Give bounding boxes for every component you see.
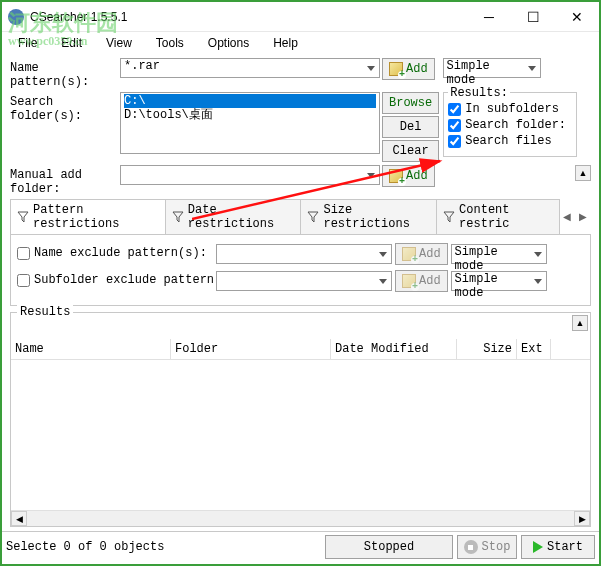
- stop-icon: [464, 540, 478, 554]
- titlebar: CSearcher 1.5.5.1 ─ ☐ ✕: [2, 2, 599, 32]
- add-name-exclude-button[interactable]: Add: [395, 243, 448, 265]
- pattern-panel: Name exclude pattern(s): Add Simple mode…: [10, 234, 591, 306]
- list-item[interactable]: C:\: [124, 94, 376, 108]
- tab-date[interactable]: Date restrictions: [165, 199, 302, 234]
- funnel-icon: [172, 211, 184, 223]
- name-exclude-checkbox[interactable]: Name exclude pattern(s):: [17, 246, 213, 260]
- list-item[interactable]: D:\tools\桌面: [124, 108, 376, 122]
- add-icon: [389, 169, 403, 183]
- play-icon: [533, 541, 543, 553]
- results-table-body[interactable]: [11, 360, 590, 510]
- name-pattern-label: Name pattern(s):: [10, 58, 118, 89]
- statusbar: Selecte 0 of 0 objects Stopped Stop Star…: [2, 531, 599, 562]
- tab-size[interactable]: Size restrictions: [300, 199, 437, 234]
- search-folder-label: Search folder(s):: [10, 92, 118, 123]
- tab-content[interactable]: Content restric: [436, 199, 560, 234]
- del-button[interactable]: Del: [382, 116, 439, 138]
- status-text: Selecte 0 of 0 objects: [6, 540, 321, 554]
- menu-edit[interactable]: Edit: [49, 34, 94, 52]
- minimize-button[interactable]: ─: [467, 2, 511, 32]
- results-group: Results ▲ Name Folder Date Modified Size…: [10, 312, 591, 527]
- results-hscroll[interactable]: ◀▶: [11, 510, 590, 526]
- tab-prev-button[interactable]: ◀: [559, 208, 575, 226]
- browse-button[interactable]: Browse: [382, 92, 439, 114]
- name-pattern-input[interactable]: *.rar: [120, 58, 380, 78]
- column-size[interactable]: Size: [457, 339, 517, 359]
- results-scroll-up[interactable]: ▲: [572, 315, 588, 331]
- funnel-icon: [307, 211, 319, 223]
- results-table-header: Name Folder Date Modified Size Ext: [11, 339, 590, 360]
- stopped-status-button[interactable]: Stopped: [325, 535, 453, 559]
- tab-next-button[interactable]: ▶: [575, 208, 591, 226]
- results-options-title: Results:: [448, 86, 510, 100]
- maximize-button[interactable]: ☐: [511, 2, 555, 32]
- column-ext[interactable]: Ext: [517, 339, 551, 359]
- add-icon: [402, 247, 416, 261]
- name-exclude-input[interactable]: [216, 244, 392, 264]
- column-folder[interactable]: Folder: [171, 339, 331, 359]
- column-date[interactable]: Date Modified: [331, 339, 457, 359]
- in-subfolders-checkbox[interactable]: In subfolders: [448, 102, 572, 116]
- subfolder-exclude-checkbox[interactable]: Subfolder exclude pattern(s):: [17, 273, 213, 287]
- restriction-tabs: Pattern restrictions Date restrictions S…: [10, 199, 591, 234]
- menu-options[interactable]: Options: [196, 34, 261, 52]
- app-icon: [8, 9, 24, 25]
- search-folder-list[interactable]: C:\ D:\tools\桌面: [120, 92, 380, 154]
- stop-button[interactable]: Stop: [457, 535, 517, 559]
- manual-folder-input[interactable]: [120, 165, 380, 185]
- manual-folder-label: Manual add folder:: [10, 165, 118, 196]
- clear-button[interactable]: Clear: [382, 140, 439, 162]
- add-pattern-button[interactable]: Add: [382, 58, 435, 80]
- menu-file[interactable]: File: [6, 34, 49, 52]
- add-manual-button[interactable]: Add: [382, 165, 435, 187]
- menu-help[interactable]: Help: [261, 34, 310, 52]
- name-exclude-mode[interactable]: Simple mode: [451, 244, 547, 264]
- subfolder-exclude-input[interactable]: [216, 271, 392, 291]
- funnel-icon: [443, 211, 455, 223]
- subfolder-exclude-mode[interactable]: Simple mode: [451, 271, 547, 291]
- start-button[interactable]: Start: [521, 535, 595, 559]
- add-icon: [389, 62, 403, 76]
- menu-tools[interactable]: Tools: [144, 34, 196, 52]
- results-label: Results: [17, 305, 73, 319]
- add-icon: [402, 274, 416, 288]
- scroll-up-button[interactable]: ▲: [575, 165, 591, 181]
- tab-pattern[interactable]: Pattern restrictions: [10, 199, 166, 234]
- window-title: CSearcher 1.5.5.1: [30, 10, 467, 24]
- search-folders-checkbox[interactable]: Search folder:: [448, 118, 572, 132]
- close-button[interactable]: ✕: [555, 2, 599, 32]
- menu-view[interactable]: View: [94, 34, 144, 52]
- search-files-checkbox[interactable]: Search files: [448, 134, 572, 148]
- add-subfolder-exclude-button[interactable]: Add: [395, 270, 448, 292]
- menubar: File Edit View Tools Options Help: [2, 32, 599, 54]
- funnel-icon: [17, 211, 29, 223]
- column-name[interactable]: Name: [11, 339, 171, 359]
- mode-select[interactable]: Simple mode: [443, 58, 541, 78]
